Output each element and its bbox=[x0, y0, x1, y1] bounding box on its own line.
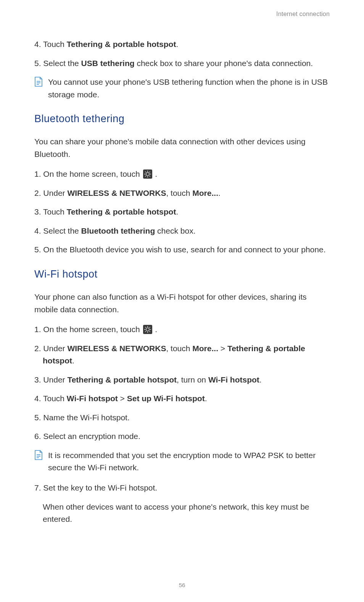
step-text-bold: Tethering & portable hotspot bbox=[67, 40, 176, 48]
step-num: 4. bbox=[34, 40, 43, 48]
step-num: 5. bbox=[34, 59, 43, 68]
step-text-bold: Wi-Fi hotspot bbox=[67, 394, 118, 403]
bt-step-4: 4. Select the Bluetooth tethering check … bbox=[34, 225, 330, 237]
step-text-post: . bbox=[176, 40, 178, 48]
step-text-post: . bbox=[155, 169, 157, 178]
step-4-top: 4. Touch Tethering & portable hotspot. bbox=[34, 38, 330, 51]
note-icon-wrap bbox=[34, 76, 48, 87]
step-text-bold2: More... bbox=[192, 189, 218, 197]
step-num: 2. bbox=[34, 189, 43, 197]
step-text-pre: Under bbox=[43, 375, 67, 384]
bt-step-2: 2. Under WIRELESS & NETWORKS, touch More… bbox=[34, 187, 330, 200]
page-number: 56 bbox=[0, 582, 364, 588]
step-text-pre: Under bbox=[43, 344, 67, 353]
intro-wifi: Your phone can also function as a Wi-Fi … bbox=[34, 291, 330, 316]
step-num: 7. bbox=[34, 483, 43, 492]
step-text-pre: On the home screen, touch bbox=[43, 325, 142, 334]
step-text-bold: USB tethering bbox=[81, 59, 135, 68]
step-text-post: . bbox=[176, 207, 178, 216]
step-text-bold2: Set up Wi-Fi hotspot bbox=[127, 394, 205, 403]
step-text-bold: Bluetooth tethering bbox=[81, 226, 155, 235]
note-page-icon bbox=[34, 450, 43, 460]
note-icon-wrap bbox=[34, 449, 48, 460]
step-text: On the Bluetooth device you wish to use,… bbox=[43, 245, 325, 254]
wf-step-4: 4. Touch Wi-Fi hotspot > Set up Wi-Fi ho… bbox=[34, 392, 330, 405]
heading-bluetooth-tethering: Bluetooth tethering bbox=[34, 113, 330, 125]
wf-step-2: 2. Under WIRELESS & NETWORKS, touch More… bbox=[34, 342, 330, 367]
step-text-post: . bbox=[155, 325, 157, 334]
step-num: 3. bbox=[34, 375, 43, 384]
step-num: 1. bbox=[34, 169, 43, 178]
step-num: 4. bbox=[34, 394, 43, 403]
step-text-pre: Under bbox=[43, 189, 67, 197]
step-text-post: check box. bbox=[155, 226, 195, 235]
step-text-post: check box to share your phone's data con… bbox=[135, 59, 313, 68]
step-text-pre: Touch bbox=[43, 207, 67, 216]
step-text-pre: Touch bbox=[43, 40, 67, 48]
wf-step-7-sub: When other devices want to access your p… bbox=[34, 501, 330, 526]
step-text-mid: , turn on bbox=[177, 375, 208, 384]
bt-step-3: 3. Touch Tethering & portable hotspot. bbox=[34, 206, 330, 218]
wf-step-1: 1. On the home screen, touch . bbox=[34, 323, 330, 336]
wf-step-3: 3. Under Tethering & portable hotspot, t… bbox=[34, 374, 330, 386]
step-text-post: . bbox=[205, 394, 207, 403]
settings-gear-icon bbox=[143, 325, 152, 334]
settings-gear-icon bbox=[143, 169, 152, 179]
step-text-bold: WIRELESS & NETWORKS bbox=[67, 344, 166, 353]
step-text-bold: Tethering & portable hotspot bbox=[67, 375, 177, 384]
step-text-pre: Touch bbox=[43, 394, 67, 403]
step-text-mid: > bbox=[118, 394, 127, 403]
step-num: 6. bbox=[34, 432, 43, 441]
step-num: 4. bbox=[34, 226, 43, 235]
wf-step-6: 6. Select an encryption mode. bbox=[34, 430, 330, 443]
step-text-pre: Select the bbox=[43, 226, 81, 235]
note-text: It is recommended that you set the encry… bbox=[48, 449, 330, 474]
note-text: You cannot use your phone's USB tetherin… bbox=[48, 76, 330, 101]
note-block: You cannot use your phone's USB tetherin… bbox=[34, 76, 330, 101]
step-text-pre: Select the bbox=[43, 59, 81, 68]
step-text-post: . bbox=[218, 189, 221, 197]
wf-step-7: 7. Set the key to the Wi-Fi hotspot. bbox=[34, 482, 330, 494]
step-text: Name the Wi-Fi hotspot. bbox=[43, 413, 129, 422]
step-text: Set the key to the Wi-Fi hotspot. bbox=[43, 483, 157, 492]
bt-step-1: 1. On the home screen, touch . bbox=[34, 168, 330, 181]
step-num: 5. bbox=[34, 245, 43, 254]
step-num: 2. bbox=[34, 344, 43, 353]
note-page-icon bbox=[34, 77, 43, 87]
step-num: 5. bbox=[34, 413, 43, 422]
step-text-post: . bbox=[259, 375, 262, 384]
step-text-mid: , touch bbox=[166, 189, 192, 197]
page: Internet connection 4. Touch Tethering &… bbox=[0, 0, 364, 602]
bt-step-5: 5. On the Bluetooth device you wish to u… bbox=[34, 244, 330, 256]
step-num: 3. bbox=[34, 207, 43, 216]
step-text-pre: On the home screen, touch bbox=[43, 169, 142, 178]
step-text-bold: Tethering & portable hotspot bbox=[67, 207, 176, 216]
step-text-bold2: More... bbox=[192, 344, 218, 353]
step-text-mid: , touch bbox=[166, 344, 192, 353]
running-header: Internet connection bbox=[34, 11, 330, 18]
wf-step-5: 5. Name the Wi-Fi hotspot. bbox=[34, 412, 330, 424]
step-text-bold2: Wi-Fi hotspot bbox=[208, 375, 259, 384]
step-num: 1. bbox=[34, 325, 43, 334]
heading-wifi-hotspot: Wi-Fi hotspot bbox=[34, 268, 330, 280]
step-text: Select an encryption mode. bbox=[43, 432, 140, 441]
step-text-post: . bbox=[72, 356, 74, 365]
note-block: It is recommended that you set the encry… bbox=[34, 449, 330, 474]
step-text-mid2: > bbox=[218, 344, 227, 353]
step-text-bold: WIRELESS & NETWORKS bbox=[67, 189, 166, 197]
step-5-top: 5. Select the USB tethering check box to… bbox=[34, 57, 330, 70]
intro-bluetooth: You can share your phone's mobile data c… bbox=[34, 136, 330, 160]
